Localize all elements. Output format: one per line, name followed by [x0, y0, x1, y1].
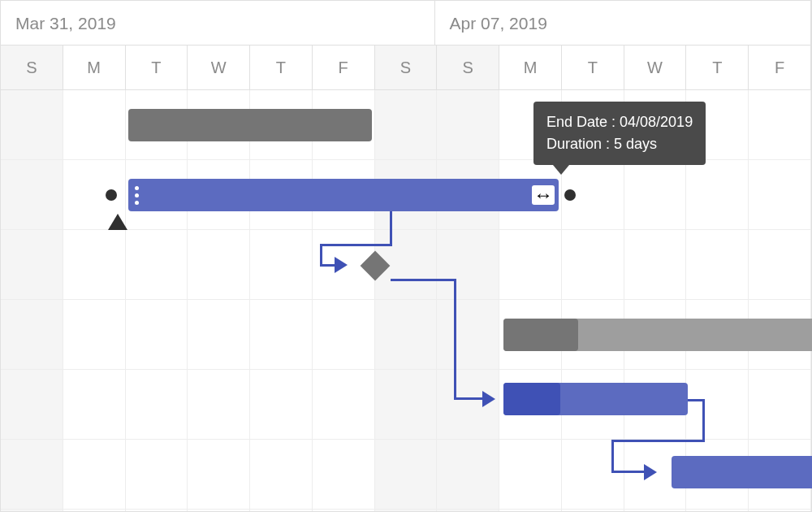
day-label: F	[313, 46, 375, 89]
dependency-line	[390, 211, 392, 245]
day-label: S	[437, 46, 499, 89]
day-label: T	[562, 46, 624, 89]
gantt-header-weeks: Mar 31, 2019 Apr 07, 2019	[1, 1, 811, 46]
day-label: F	[749, 46, 811, 89]
gantt-body[interactable]: ↔	[1, 90, 811, 511]
tooltip-end-date: End Date : 04/08/2019	[546, 111, 693, 133]
resize-handle-left[interactable]	[132, 179, 141, 211]
taskbar-blue-active[interactable]	[128, 179, 559, 211]
day-label: S	[1, 46, 63, 89]
day-label: T	[686, 46, 749, 89]
tooltip-duration: Duration : 5 days	[546, 133, 693, 155]
dependency-arrow-icon	[644, 464, 657, 480]
day-label: S	[375, 46, 438, 89]
taskbar-progress	[503, 319, 578, 351]
dependency-line	[454, 397, 482, 400]
day-label: T	[250, 46, 313, 89]
taskbar-blue[interactable]	[672, 456, 812, 488]
gantt-content: ↔	[1, 90, 811, 511]
dependency-line	[702, 399, 705, 441]
dependency-line	[391, 279, 456, 281]
dependency-line	[320, 244, 392, 246]
taskbar-progress	[503, 383, 560, 415]
dependency-arrow-icon	[335, 257, 348, 273]
day-label: M	[63, 46, 126, 89]
gantt-header-days: S M T W T F S S M T W T F	[1, 46, 811, 90]
dependency-arrow-icon	[482, 391, 495, 407]
day-label: W	[624, 46, 687, 89]
taskbar-gray[interactable]	[128, 109, 372, 141]
task-endpoint-dot	[564, 189, 576, 201]
dependency-line	[611, 471, 644, 473]
dependency-line	[688, 399, 704, 401]
dependency-line	[454, 279, 456, 399]
milestone-diamond[interactable]	[361, 251, 391, 281]
taskbar-tooltip: End Date : 04/08/2019 Duration : 5 days	[533, 102, 706, 165]
dependency-line	[320, 264, 335, 267]
start-marker-icon	[108, 214, 127, 230]
week-label: Apr 07, 2019	[435, 1, 811, 45]
day-label: M	[499, 46, 562, 89]
day-label: W	[188, 46, 250, 89]
dependency-line	[611, 440, 614, 472]
dependency-line	[320, 244, 322, 264]
day-label: T	[126, 46, 188, 89]
gantt-chart[interactable]: Mar 31, 2019 Apr 07, 2019 S M T W T F S …	[0, 0, 812, 512]
dependency-line	[611, 440, 705, 442]
task-endpoint-dot	[106, 189, 117, 201]
week-label: Mar 31, 2019	[1, 1, 435, 45]
resize-handle-right[interactable]	[546, 179, 555, 211]
